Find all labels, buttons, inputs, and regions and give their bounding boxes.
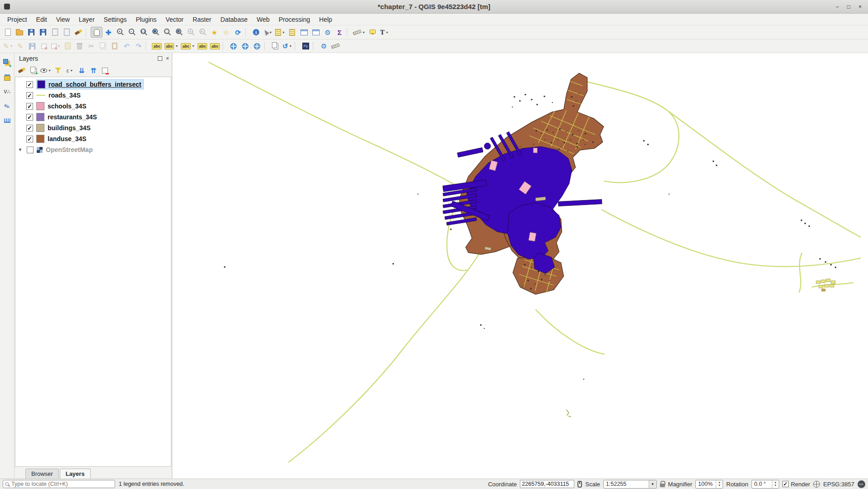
zoom-to-selection-button[interactable]: □	[161, 27, 173, 38]
layer-label[interactable]: road_school_buffers_intersect	[48, 81, 141, 88]
copy-style-button[interactable]	[269, 41, 281, 52]
map-tips-button[interactable]	[367, 27, 378, 38]
menu-help[interactable]: Help	[315, 15, 337, 24]
locate-box[interactable]	[3, 480, 115, 488]
show-bookmarks-button[interactable]: ☆	[220, 27, 232, 38]
minimize-button[interactable]: −	[836, 4, 839, 10]
select-by-expression-button[interactable]: ▼	[274, 27, 286, 38]
remove-layer-button[interactable]	[100, 65, 111, 75]
new-geopackage-layer-button[interactable]: ✎	[1, 100, 13, 112]
select-features-button[interactable]: ▼	[262, 27, 274, 38]
menu-plugins[interactable]: Plugins	[131, 15, 161, 24]
close-button[interactable]: ×	[858, 4, 862, 10]
crs-globe-icon[interactable]	[813, 481, 820, 488]
field-calculator-button[interactable]	[310, 27, 322, 38]
chevron-down-icon[interactable]: ▼	[70, 69, 73, 72]
menu-view[interactable]: View	[52, 15, 74, 24]
new-project-button[interactable]	[2, 27, 14, 38]
menu-raster[interactable]: Raster	[188, 15, 216, 24]
osm-place-search-button[interactable]	[239, 41, 251, 52]
tab-layers[interactable]: Layers	[60, 469, 91, 479]
add-group-button[interactable]	[28, 65, 39, 75]
chevron-down-icon[interactable]: ▼	[362, 31, 365, 34]
rotation-spinbox[interactable]: 0.0 ° ▲▼	[752, 480, 779, 489]
style-manager-button[interactable]	[73, 27, 84, 38]
measure-button[interactable]: ▼	[352, 27, 367, 38]
spin-down-icon[interactable]: ▼	[718, 484, 721, 487]
layer-checkbox[interactable]: ✓	[26, 114, 33, 121]
layer-label[interactable]: roads_34S	[48, 92, 81, 99]
zoom-to-layer-button[interactable]: ▤	[173, 27, 185, 38]
scale-combo[interactable]: 1:52255 ▼	[603, 480, 657, 489]
layer-row-road-school-buffers-intersect[interactable]: ✓ road_school_buffers_intersect	[15, 79, 171, 90]
open-attribute-table-button[interactable]	[298, 27, 310, 38]
show-hidden-labels-button[interactable]: abc	[196, 41, 209, 52]
georeferencer-button[interactable]	[330, 41, 341, 52]
layer-checkbox[interactable]: ✓	[26, 103, 33, 110]
pan-map-button[interactable]	[91, 27, 102, 38]
open-project-button[interactable]	[14, 27, 25, 38]
menu-edit[interactable]: Edit	[32, 15, 52, 24]
identify-features-button[interactable]: i	[250, 27, 262, 38]
crs-value[interactable]: EPSG:3857	[823, 481, 854, 488]
undo-history-button[interactable]: ↺▼	[281, 41, 294, 52]
text-annotation-button[interactable]: T▼	[378, 27, 390, 38]
open-layer-styling-button[interactable]	[16, 65, 27, 75]
layer-checkbox[interactable]: ✓	[26, 125, 33, 132]
zoom-in-button[interactable]: +	[114, 27, 126, 38]
expand-all-button[interactable]: ⇊	[76, 65, 87, 75]
layer-checkbox[interactable]: ✓	[26, 81, 33, 88]
chevron-down-icon[interactable]: ▼	[282, 31, 285, 34]
menu-web[interactable]: Web	[252, 15, 274, 24]
layer-label[interactable]: buildings_34S	[48, 124, 91, 132]
layer-row-buildings-34s[interactable]: ✓ buildings_34S	[15, 122, 171, 133]
chevron-down-icon[interactable]: ▼	[649, 480, 656, 488]
coordinate-input[interactable]	[520, 480, 574, 488]
layer-label[interactable]: OpenStreetMap	[46, 146, 92, 153]
menu-layer[interactable]: Layer	[74, 15, 99, 24]
chevron-down-icon[interactable]: ▼	[48, 69, 51, 72]
statistical-summary-button[interactable]: Σ	[334, 27, 345, 38]
maximize-button[interactable]: □	[847, 4, 850, 10]
zoom-native-button[interactable]: 1:1	[138, 27, 150, 38]
menu-settings[interactable]: Settings	[99, 15, 131, 24]
layer-row-landuse-34s[interactable]: ✓ landuse_34S	[15, 133, 171, 144]
save-project-as-button[interactable]	[37, 27, 49, 38]
manage-map-themes-button[interactable]: ▼	[40, 65, 52, 75]
layer-checkbox[interactable]: ✓	[26, 92, 33, 99]
layer-labeling-single-button[interactable]: abc▼	[163, 41, 179, 52]
chevron-down-icon[interactable]: ▼	[175, 44, 178, 48]
add-vector-layer-button[interactable]	[1, 71, 13, 83]
chevron-down-icon[interactable]: ▼	[289, 44, 292, 48]
spin-up-icon[interactable]: ▲	[774, 481, 777, 484]
menu-project[interactable]: Project	[3, 15, 32, 24]
move-label-button[interactable]: abc	[209, 41, 221, 52]
magnifier-spinbox[interactable]: 100% ▲▼	[695, 480, 723, 489]
layer-checkbox[interactable]: ✓	[26, 136, 33, 142]
pin-labels-button[interactable]: abc▼	[179, 41, 196, 52]
layer-label[interactable]: restaurants_34S	[48, 113, 97, 121]
chevron-down-icon[interactable]: ▼	[192, 44, 195, 48]
layer-label[interactable]: landuse_34S	[48, 135, 87, 142]
map-canvas[interactable]	[172, 53, 868, 479]
chevron-down-icon[interactable]: ▼	[58, 44, 61, 48]
lock-scale-icon[interactable]	[660, 484, 665, 487]
menu-processing[interactable]: Processing	[274, 15, 315, 24]
tab-browser[interactable]: Browser	[25, 469, 59, 479]
processing-button[interactable]: ⚙	[318, 41, 330, 52]
layer-label[interactable]: schools_34S	[48, 103, 87, 110]
chevron-down-icon[interactable]: ▼	[269, 31, 272, 34]
new-print-layout-button[interactable]	[49, 27, 61, 38]
zoom-full-button[interactable]: ▣	[150, 27, 161, 38]
checkbox-icon[interactable]: ✓	[782, 481, 789, 487]
web-service-button[interactable]	[251, 41, 263, 52]
new-shapefile-layer-button[interactable]: V∴	[1, 86, 13, 98]
panel-float-button[interactable]	[158, 56, 162, 61]
render-checkbox[interactable]: ✓ Render	[782, 481, 810, 488]
processing-toolbox-button[interactable]: ⚙	[322, 27, 334, 38]
layer-row-roads-34s[interactable]: ✓ roads_34S	[15, 90, 171, 101]
layer-checkbox[interactable]	[27, 147, 34, 153]
data-source-manager-button[interactable]	[1, 57, 13, 68]
zoom-out-button[interactable]: −	[126, 27, 138, 38]
refresh-button[interactable]: ⟳	[232, 27, 244, 38]
